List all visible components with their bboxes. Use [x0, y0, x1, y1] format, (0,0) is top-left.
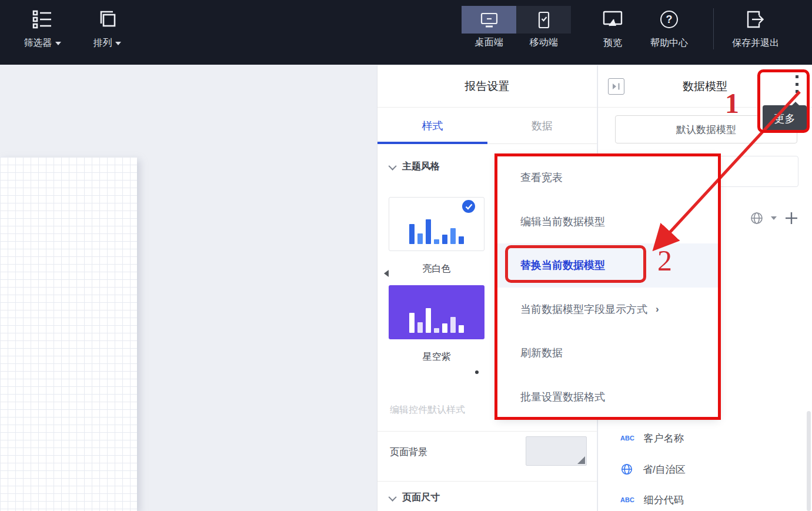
text-field-icon: ABC: [620, 435, 634, 442]
report-canvas[interactable]: [0, 157, 137, 511]
preview-label: 预览: [603, 37, 622, 49]
mobile-mode-button[interactable]: [516, 6, 571, 34]
carousel-prev-icon[interactable]: [384, 270, 389, 277]
theme-name-starry-purple: 星空紫: [389, 351, 484, 363]
carousel-page-dot[interactable]: [475, 370, 479, 374]
submenu-arrow-icon: ›: [656, 303, 659, 315]
field-label: 细分代码: [644, 493, 684, 507]
report-settings-title: 报告设置: [377, 65, 597, 108]
more-tooltip: 更多: [763, 105, 807, 132]
menu-item-label: 当前数据模型字段显示方式: [520, 302, 647, 316]
filter-button[interactable]: 筛选器: [15, 7, 69, 49]
top-toolbar: 筛选器 排列: [0, 0, 812, 65]
theme-style-title: 主题风格: [402, 161, 440, 173]
geo-field-icon: [620, 463, 633, 476]
caret-down-icon: [115, 42, 121, 45]
chevron-down-icon: [389, 162, 397, 170]
field-row-customer-name[interactable]: ABC 客户名称: [620, 426, 684, 450]
menu-item-batch-data-format[interactable]: 批量设置数据格式: [497, 375, 719, 419]
filter-label: 筛选器: [24, 37, 52, 49]
divider: [377, 431, 597, 432]
field-label: 省/自治区: [643, 463, 686, 476]
menu-item-field-display-mode[interactable]: 当前数据模型字段显示方式 ›: [497, 288, 719, 332]
device-switcher: [462, 6, 571, 34]
theme-style-section-header[interactable]: 主题风格: [390, 161, 440, 173]
preview-play-icon: [601, 7, 624, 32]
tab-style[interactable]: 样式: [377, 108, 487, 143]
theme-card-starry-purple[interactable]: [389, 285, 484, 339]
divider: [377, 481, 597, 482]
field-row-segment-code[interactable]: ABC 细分代码: [620, 488, 684, 511]
panel-scrollbar[interactable]: [807, 411, 811, 511]
bar-chart-thumbnail-icon: [389, 308, 484, 333]
desktop-monitor-icon: [479, 11, 499, 29]
menu-item-refresh-data[interactable]: 刷新数据: [497, 331, 719, 375]
exit-arrow-icon: [744, 7, 767, 32]
arrange-layers-icon: [95, 7, 119, 32]
preview-button[interactable]: 预览: [593, 7, 633, 49]
theme-name-bright-white: 亮白色: [389, 263, 484, 275]
filter-list-icon: [31, 7, 54, 32]
mobile-mode-label: 移动端: [516, 36, 571, 49]
desktop-mode-button[interactable]: [462, 6, 516, 34]
text-field-icon: ABC: [620, 496, 634, 503]
field-label: 客户名称: [644, 432, 684, 445]
tab-data[interactable]: 数据: [487, 108, 597, 143]
caret-down-icon: [55, 42, 61, 45]
data-model-select-value: 默认数据模型: [676, 123, 736, 136]
add-field-icon[interactable]: [784, 211, 799, 226]
globe-icon[interactable]: [750, 211, 764, 225]
theme-card-bright-white[interactable]: [389, 197, 484, 251]
page-background-color-swatch[interactable]: [526, 436, 587, 466]
save-exit-button[interactable]: 保存并退出: [720, 7, 791, 49]
page-background-label: 页面背景: [390, 446, 427, 459]
mobile-phone-icon: [536, 11, 552, 29]
help-center-label: 帮助中心: [650, 37, 688, 49]
menu-item-view-wide-table[interactable]: 查看宽表: [497, 156, 719, 200]
arrange-label: 排列: [93, 37, 112, 49]
menu-item-replace-current-model[interactable]: 替换当前数据模型: [497, 243, 719, 288]
app-root: 筛选器 排列: [0, 0, 812, 511]
desktop-mode-label: 桌面端: [462, 36, 516, 49]
edit-control-default-style-button[interactable]: 编辑控件默认样式: [390, 404, 465, 416]
field-toolbar: [750, 211, 799, 226]
help-center-button[interactable]: ? 帮助中心: [641, 7, 697, 49]
bar-chart-thumbnail-icon: [389, 219, 484, 244]
more-options-icon[interactable]: [796, 75, 800, 93]
page-size-title: 页面尺寸: [402, 492, 440, 504]
chevron-down-icon: [389, 493, 397, 501]
page-size-section-header[interactable]: 页面尺寸: [390, 492, 440, 504]
caret-down-icon[interactable]: [771, 216, 777, 220]
question-mark-icon: ?: [660, 11, 678, 28]
menu-item-edit-current-model[interactable]: 编辑当前数据模型: [497, 200, 719, 244]
toolbar-divider: [713, 8, 714, 49]
report-settings-tabs: 样式 数据: [377, 108, 597, 144]
field-row-province[interactable]: 省/自治区: [620, 457, 686, 481]
selected-check-icon: [461, 199, 476, 214]
data-model-more-menu: 查看宽表 编辑当前数据模型 替换当前数据模型 当前数据模型字段显示方式 › 刷新…: [497, 156, 719, 419]
device-labels: 桌面端 移动端: [462, 36, 571, 49]
arrange-button[interactable]: 排列: [83, 7, 131, 49]
save-exit-label: 保存并退出: [732, 37, 779, 49]
